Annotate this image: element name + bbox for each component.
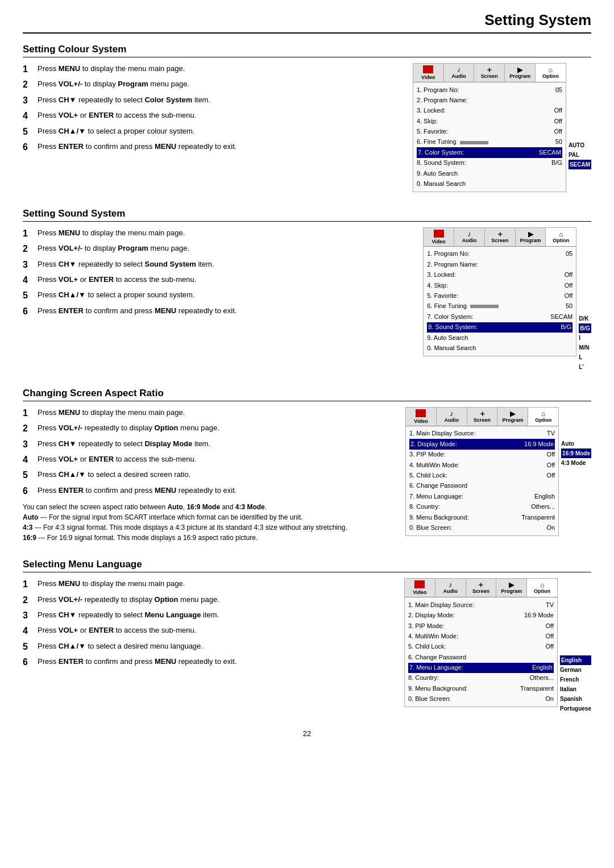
extra-line-0: You can select the screen aspect ratio b… bbox=[23, 502, 394, 512]
step-menu-language-5: 5Press CH▲/▼ to select a desired menu la… bbox=[23, 641, 393, 653]
step-text-3: Press CH▼ repeatedly to select Menu Lang… bbox=[38, 609, 393, 621]
tab-label-program: Program bbox=[499, 417, 526, 423]
menu-with-side-menu-language: Video♪Audio＋Screen▶Program⌂Option1. Main… bbox=[404, 578, 591, 713]
side-label-menu-language-5: Portuguese bbox=[560, 704, 591, 713]
step-number-3: 3 bbox=[23, 259, 35, 271]
menu-item-label-9: 0. Manual Search bbox=[427, 344, 476, 352]
menu-item-value-2: Off bbox=[546, 622, 554, 630]
menu-tab-audio[interactable]: ♪Audio bbox=[437, 408, 467, 426]
menu-item-label-0: 1. Main Display Source: bbox=[409, 429, 475, 438]
section-menu-language: Selecting Menu Language1Press MENU to di… bbox=[23, 559, 591, 713]
menu-item-label-2: 3. PIP Mode: bbox=[408, 622, 444, 630]
menu-tab-audio[interactable]: ♪Audio bbox=[435, 579, 466, 597]
menu-tab-option[interactable]: ⌂Option bbox=[528, 408, 558, 426]
menu-item-label-6: 7. Color System: bbox=[418, 148, 464, 157]
side-labels-colour-system: AUTOPALSECAM bbox=[569, 63, 591, 169]
menu-ui-screen-aspect: Video♪Audio＋Screen▶Program⌂Option1. Main… bbox=[405, 407, 559, 536]
tab-label-program: Program bbox=[506, 73, 534, 79]
menu-item-label-0: 1. Program No: bbox=[417, 86, 459, 94]
menu-tab-screen[interactable]: ＋Screen bbox=[467, 408, 498, 426]
section-header-sound-system: Setting Sound System bbox=[23, 208, 591, 222]
menu-item-label-5: 6. Fine Tuning bbox=[417, 138, 490, 146]
menu-tab-video[interactable]: Video bbox=[406, 408, 437, 426]
side-label-screen-aspect-1: 16:9 Mode bbox=[561, 448, 591, 458]
menu-item-sound-system-5: 6. Fine Tuning 50 bbox=[427, 301, 572, 312]
tab-icon-video bbox=[407, 409, 435, 418]
menu-item-label-3: 4. Skip: bbox=[417, 117, 438, 126]
side-labels-sound-system: D/KB/GIM/NLL' bbox=[579, 227, 591, 372]
step-number-1: 1 bbox=[23, 227, 35, 240]
menu-item-label-9: 0. Manual Search bbox=[417, 180, 466, 188]
step-number-2: 2 bbox=[23, 78, 35, 91]
menu-item-value-3: Off bbox=[565, 281, 572, 290]
step-text-6: Press ENTER to confirm and press MENU re… bbox=[38, 141, 401, 152]
step-number-5: 5 bbox=[23, 126, 35, 138]
menu-item-value-3: Off bbox=[547, 461, 555, 470]
step-number-6: 6 bbox=[23, 656, 35, 668]
menu-tab-program[interactable]: ▶Program bbox=[497, 408, 528, 426]
menu-tab-video[interactable]: Video bbox=[424, 228, 454, 246]
menu-tab-program[interactable]: ▶Program bbox=[516, 228, 546, 246]
menu-tab-option[interactable]: ⌂Option bbox=[527, 579, 557, 597]
side-label-screen-aspect-0: Auto bbox=[561, 439, 591, 448]
menu-item-sound-system-3: 4. Skip:Off bbox=[427, 280, 572, 290]
tab-icon-video bbox=[414, 65, 442, 74]
menu-tab-option[interactable]: ⌂Option bbox=[536, 64, 566, 82]
menu-item-value-7: Others... bbox=[530, 674, 554, 682]
step-colour-system-2: 2Press VOL+/- to display Program menu pa… bbox=[23, 78, 401, 91]
menu-items-screen-aspect: 1. Main Display Source:TV2. Display Mode… bbox=[406, 426, 558, 535]
menu-item-value-9: On bbox=[545, 695, 554, 703]
menu-tabs-menu-language: Video♪Audio＋Screen▶Program⌂Option bbox=[405, 579, 557, 597]
menu-item-value-4: Off bbox=[565, 292, 572, 300]
menu-item-label-7: 8. Sound System: bbox=[417, 159, 466, 167]
menu-item-colour-system-1: 2. Program Name: bbox=[417, 95, 562, 105]
extra-text-screen-aspect: You can select the screen aspect ratio b… bbox=[23, 502, 394, 543]
step-text-5: Press CH▲/▼ to select a desired menu lan… bbox=[38, 641, 393, 652]
step-text-4: Press VOL+ or ENTER to access the sub-me… bbox=[38, 274, 412, 285]
tab-label-screen: Screen bbox=[475, 73, 503, 79]
menu-item-menu-language-0: 1. Main Display Source:TV bbox=[408, 600, 554, 610]
tab-icon-audio: ♪ bbox=[455, 230, 483, 238]
menu-item-screen-aspect-2: 3. PIP Mode:Off bbox=[409, 450, 555, 460]
menu-tab-video[interactable]: Video bbox=[413, 64, 444, 82]
menu-tab-screen[interactable]: ＋Screen bbox=[485, 228, 516, 246]
side-label-menu-language-1: German bbox=[560, 665, 591, 675]
menu-item-colour-system-0: 1. Program No:05 bbox=[417, 85, 562, 95]
menu-tab-program[interactable]: ▶Program bbox=[505, 64, 536, 82]
tab-label-audio: Audio bbox=[455, 238, 483, 243]
menu-item-value-1: 16:9 Mode bbox=[524, 611, 554, 620]
menu-tab-video[interactable]: Video bbox=[405, 579, 435, 597]
menu-item-value-7: B/G bbox=[551, 159, 562, 167]
section-header-menu-language: Selecting Menu Language bbox=[23, 559, 591, 572]
step-text-5: Press CH▲/▼ to select a desired screen r… bbox=[38, 469, 394, 480]
menu-tab-program[interactable]: ▶Program bbox=[496, 579, 527, 597]
menu-item-label-0: 1. Main Display Source: bbox=[408, 601, 474, 609]
menu-item-label-4: 5. Favorite: bbox=[427, 292, 458, 300]
side-label-sound-system-2: I bbox=[579, 333, 591, 343]
menu-tab-screen[interactable]: ＋Screen bbox=[466, 579, 497, 597]
step-sound-system-3: 3Press CH▼ repeatedly to select Sound Sy… bbox=[23, 259, 412, 271]
menu-items-sound-system: 1. Program No:052. Program Name:3. Locke… bbox=[424, 247, 576, 356]
step-text-6: Press ENTER to confirm and press MENU re… bbox=[38, 305, 412, 317]
menu-tabs-screen-aspect: Video♪Audio＋Screen▶Program⌂Option bbox=[406, 408, 558, 426]
menu-item-label-8: 9. Menu Background: bbox=[409, 513, 469, 522]
tab-icon-audio: ♪ bbox=[437, 580, 464, 588]
menu-tab-option[interactable]: ⌂Option bbox=[546, 228, 576, 246]
menu-item-label-6: 7. Menu Language: bbox=[409, 492, 463, 501]
menu-tab-screen[interactable]: ＋Screen bbox=[474, 64, 505, 82]
extra-line-1: Auto --- For the signal input from SCART… bbox=[23, 512, 394, 522]
tab-label-screen: Screen bbox=[468, 417, 496, 423]
section-sound-system: Setting Sound System1Press MENU to displ… bbox=[23, 208, 591, 372]
menu-tab-audio[interactable]: ♪Audio bbox=[454, 228, 485, 246]
step-menu-language-1: 1Press MENU to display the menu main pag… bbox=[23, 578, 393, 591]
menu-with-side-screen-aspect: Video♪Audio＋Screen▶Program⌂Option1. Main… bbox=[405, 407, 591, 536]
side-label-sound-system-3: M/N bbox=[579, 343, 591, 352]
step-number-6: 6 bbox=[23, 305, 35, 318]
menu-item-menu-language-9: 0. Blue Screen:On bbox=[408, 694, 554, 704]
menu-item-value-6: English bbox=[532, 663, 553, 672]
menu-tab-audio[interactable]: ♪Audio bbox=[444, 64, 475, 82]
menu-item-value-7: B/G bbox=[561, 323, 571, 331]
menu-item-colour-system-5: 6. Fine Tuning 50 bbox=[417, 137, 562, 147]
tab-icon-video bbox=[406, 580, 434, 589]
menu-item-label-4: 5. Favorite: bbox=[417, 127, 448, 136]
